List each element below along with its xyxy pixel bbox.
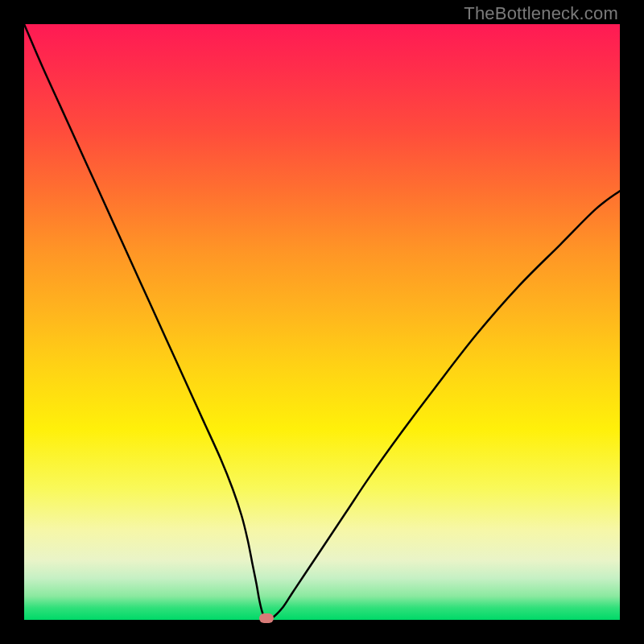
bottleneck-curve bbox=[24, 24, 620, 620]
watermark-text: TheBottleneck.com bbox=[464, 3, 618, 24]
optimal-point-marker bbox=[259, 613, 274, 623]
plot-area bbox=[24, 24, 620, 620]
curve-svg bbox=[24, 24, 620, 620]
chart-frame: TheBottleneck.com bbox=[0, 0, 644, 644]
